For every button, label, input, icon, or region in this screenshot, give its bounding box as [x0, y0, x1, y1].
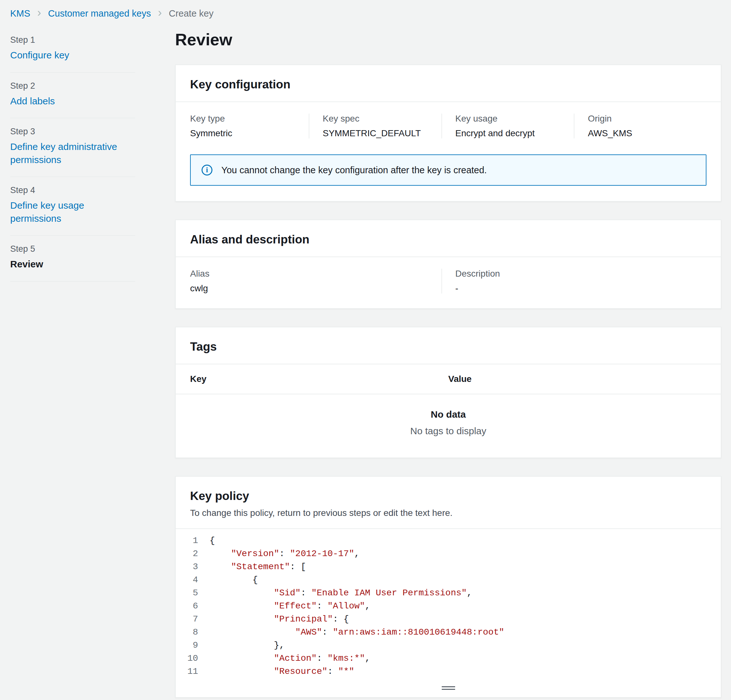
code-line-number: 3 — [176, 560, 198, 574]
field: Description- — [442, 269, 707, 294]
code-string-token: "Resource" — [274, 666, 327, 676]
code-string-token: "Version" — [231, 549, 279, 559]
tags-empty-state: No data No tags to display — [176, 394, 721, 457]
code-line: "Resource": "*" — [210, 665, 721, 678]
info-alert: i You cannot change the key configuratio… — [190, 154, 706, 186]
field: OriginAWS_KMS — [574, 113, 706, 138]
step-item: Step 3Define key administrative permissi… — [10, 118, 135, 177]
tags-header: Tags — [176, 327, 721, 364]
key-policy-title: Key policy — [190, 490, 706, 503]
code-line: "Principal": { — [210, 613, 721, 626]
code-string-token: "Action" — [274, 653, 317, 663]
field-label: Key type — [190, 113, 309, 124]
code-plain-token: : { — [333, 614, 349, 624]
code-plain-token — [210, 601, 274, 611]
code-plain-token: { — [210, 536, 215, 546]
code-string-token: "arn:aws:iam::810010619448:root" — [333, 627, 504, 637]
code-plain-token: , — [354, 549, 360, 559]
code-plain-token — [210, 666, 274, 676]
field: Key usageEncrypt and decrypt — [442, 113, 574, 138]
editor-resize-row — [176, 678, 721, 697]
breadcrumb-item[interactable]: Customer managed keys — [48, 8, 151, 19]
field-value: AWS_KMS — [588, 128, 706, 138]
key-policy-card: Key policy To change this policy, return… — [175, 476, 721, 698]
code-content[interactable]: { "Version": "2012-10-17", "Statement": … — [205, 534, 721, 678]
alias-description-card: Alias and description AliascwlgDescripti… — [175, 219, 721, 309]
code-plain-token — [210, 562, 231, 572]
code-line: "Version": "2012-10-17", — [210, 547, 721, 560]
code-line: { — [210, 574, 721, 587]
key-configuration-title: Key configuration — [190, 78, 706, 91]
code-plain-token: , — [467, 588, 472, 598]
breadcrumb-item: Create key — [169, 8, 213, 19]
code-line-number: 4 — [176, 574, 198, 587]
main-content: Review Key configuration Key typeSymmetr… — [175, 27, 721, 700]
tags-table-header: KeyValue — [176, 364, 721, 394]
code-line: "AWS": "arn:aws:iam::810010619448:root" — [210, 626, 721, 639]
code-plain-token — [210, 627, 295, 637]
code-plain-token: : — [317, 653, 327, 663]
tags-title: Tags — [190, 340, 706, 353]
step-number: Step 1 — [10, 35, 135, 45]
step-item: Step 2Add labels — [10, 73, 135, 119]
key-configuration-fields: Key typeSymmetricKey specSYMMETRIC_DEFAU… — [176, 102, 721, 153]
field-label: Origin — [588, 113, 706, 124]
step-number: Step 4 — [10, 185, 135, 195]
key-policy-subtitle: To change this policy, return to previou… — [190, 508, 706, 518]
code-gutter: 1234567891011 — [176, 534, 205, 678]
step-link[interactable]: Define key usage permissions — [10, 199, 135, 225]
field-value: cwlg — [190, 283, 442, 294]
field-label: Key spec — [323, 113, 442, 124]
code-line-number: 2 — [176, 547, 198, 560]
alias-description-title: Alias and description — [190, 233, 706, 246]
code-plain-token: : — [322, 627, 333, 637]
code-plain-token — [210, 614, 274, 624]
code-line: { — [210, 534, 721, 547]
field-value: SYMMETRIC_DEFAULT — [323, 128, 442, 138]
step-number: Step 2 — [10, 81, 135, 91]
code-plain-token — [210, 653, 274, 663]
page-title: Review — [175, 30, 721, 49]
tags-column-header: Value — [448, 364, 707, 394]
breadcrumb-item[interactable]: KMS — [10, 8, 30, 19]
code-line: "Statement": [ — [210, 560, 721, 574]
info-alert-text: You cannot change the key configuration … — [221, 165, 487, 175]
code-line-number: 7 — [176, 613, 198, 626]
code-line-number: 10 — [176, 652, 198, 665]
step-link[interactable]: Define key administrative permissions — [10, 140, 135, 166]
field-label: Description — [455, 269, 707, 279]
breadcrumb-chevron-icon: › — [37, 7, 41, 19]
info-icon: i — [201, 165, 213, 175]
code-plain-token: , — [365, 601, 370, 611]
step-link[interactable]: Configure key — [10, 49, 135, 62]
resize-handle-icon[interactable] — [442, 686, 455, 690]
code-string-token: "Effect" — [274, 601, 317, 611]
alias-description-header: Alias and description — [176, 220, 721, 257]
breadcrumb-chevron-icon: › — [158, 7, 162, 19]
code-plain-token: }, — [210, 640, 285, 650]
code-line-number: 11 — [176, 665, 198, 678]
field-value: Symmetric — [190, 128, 309, 138]
step-item: Step 4Define key usage permissions — [10, 177, 135, 236]
field: Aliascwlg — [190, 269, 442, 294]
code-line: "Effect": "Allow", — [210, 600, 721, 613]
tags-empty-message: No tags to display — [176, 426, 721, 437]
field-label: Alias — [190, 269, 442, 279]
steps-nav: Step 1Configure keyStep 2Add labelsStep … — [10, 27, 135, 282]
step-link: Review — [10, 258, 135, 271]
code-plain-token — [210, 549, 231, 559]
step-number: Step 3 — [10, 126, 135, 137]
code-string-token: "Allow" — [327, 601, 365, 611]
wizard-layout: Step 1Configure keyStep 2Add labelsStep … — [0, 22, 731, 700]
step-number: Step 5 — [10, 244, 135, 254]
step-item: Step 1Configure key — [10, 27, 135, 73]
code-line-number: 5 — [176, 587, 198, 600]
key-configuration-card: Key configuration Key typeSymmetricKey s… — [175, 65, 721, 201]
code-plain-token: { — [210, 575, 258, 585]
step-item: Step 5Review — [10, 236, 135, 282]
step-link[interactable]: Add labels — [10, 95, 135, 108]
tags-column-header: Key — [190, 364, 448, 394]
code-string-token: "2012-10-17" — [290, 549, 354, 559]
code-string-token: "AWS" — [295, 627, 322, 637]
code-plain-token: : — [279, 549, 290, 559]
